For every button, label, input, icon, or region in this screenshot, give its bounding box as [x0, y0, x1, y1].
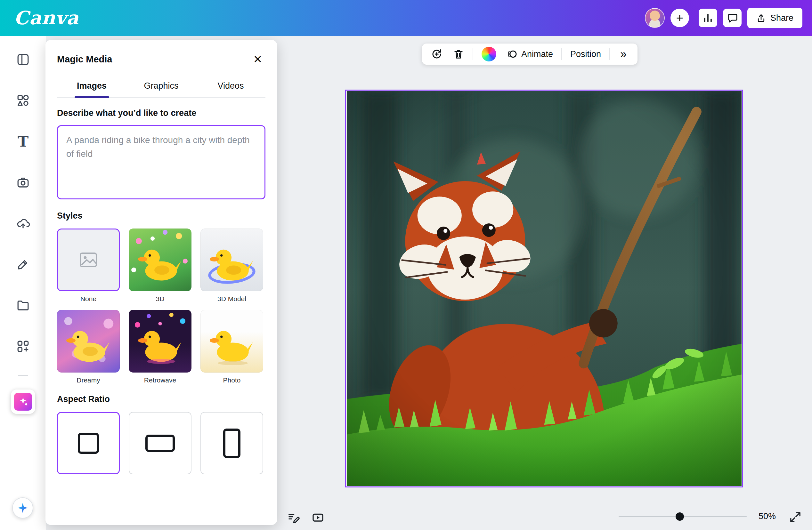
close-icon: ✕	[253, 54, 263, 65]
red-panda-illustration	[347, 91, 742, 486]
avatar[interactable]	[645, 8, 665, 28]
magic-media-panel: Magic Media ✕ Images Graphics Videos Des…	[45, 40, 277, 525]
plus-icon: +	[676, 12, 683, 24]
sidebar-item-elements[interactable]	[8, 80, 39, 121]
zoom-slider[interactable]	[619, 516, 747, 517]
duck-thumbnail	[135, 242, 185, 286]
duck-thumbnail	[135, 324, 185, 367]
header-actions: + Share	[645, 8, 802, 28]
double-chevron-right-icon: »	[620, 48, 627, 60]
regenerate-icon	[431, 48, 443, 60]
canvas-image-red-panda[interactable]	[347, 91, 742, 486]
magic-media-icon	[14, 393, 32, 411]
header: Canva + Share	[0, 0, 812, 36]
elements-icon	[16, 94, 30, 107]
canva-logo[interactable]: Canva	[14, 7, 79, 29]
style-caption: None	[81, 295, 96, 303]
share-label: Share	[770, 13, 794, 23]
style-caption: 3D	[156, 295, 164, 303]
position-label: Position	[570, 49, 601, 59]
duck-thumbnail	[207, 242, 257, 286]
sidebar: T	[0, 36, 46, 530]
style-tile-3d[interactable]	[129, 229, 191, 291]
style-option-3d: 3D	[129, 229, 191, 303]
style-option-3d-model: 3D Model	[200, 229, 263, 303]
apps-grid-icon	[16, 340, 30, 353]
sidebar-item-draw[interactable]	[8, 244, 39, 285]
style-caption: Photo	[223, 377, 241, 384]
aspect-square-button[interactable]	[57, 412, 120, 474]
duck-thumbnail	[207, 324, 257, 367]
chat-bubble-icon	[727, 13, 738, 24]
zoom-slider-knob[interactable]	[676, 512, 684, 521]
aspect-portrait-button[interactable]	[200, 412, 263, 474]
sidebar-item-text[interactable]: T	[8, 121, 39, 162]
canva-editor: Canva + Share T	[0, 0, 812, 530]
style-tile-photo[interactable]	[200, 310, 263, 372]
style-tile-none[interactable]	[57, 229, 120, 291]
position-button[interactable]: Position	[566, 45, 605, 63]
sidebar-item-design[interactable]	[8, 39, 39, 80]
image-placeholder-icon	[78, 250, 99, 270]
toolbar-divider	[609, 48, 610, 60]
animate-button[interactable]: Animate	[503, 45, 557, 63]
selection-toolbar: Animate Position »	[422, 44, 638, 65]
generate-again-button[interactable]	[427, 45, 446, 63]
media-type-tabs: Images Graphics Videos	[57, 78, 265, 98]
tab-images[interactable]: Images	[57, 78, 127, 97]
share-button[interactable]: Share	[747, 8, 802, 28]
panel-header: Magic Media ✕	[57, 40, 265, 67]
trash-icon	[453, 48, 464, 60]
aspect-landscape-button[interactable]	[129, 412, 191, 474]
delete-button[interactable]	[449, 45, 468, 63]
animate-icon	[507, 48, 518, 60]
insights-button[interactable]	[699, 9, 717, 27]
notes-button[interactable]	[285, 510, 302, 526]
animate-label: Animate	[521, 49, 553, 59]
tab-videos[interactable]: Videos	[196, 78, 265, 97]
zoom-level: 50%	[751, 512, 783, 521]
sidebar-item-apps[interactable]	[8, 326, 39, 367]
style-option-none: None	[57, 229, 120, 303]
assistant-button[interactable]	[12, 497, 33, 518]
toolbar-divider	[473, 48, 473, 60]
tab-graphics[interactable]: Graphics	[127, 78, 196, 97]
style-option-retrowave: Retrowave	[129, 310, 191, 384]
add-member-button[interactable]: +	[670, 9, 689, 27]
sidebar-item-projects[interactable]	[8, 285, 39, 326]
color-button[interactable]	[478, 45, 500, 63]
style-caption: 3D Model	[217, 295, 246, 303]
sidebar-item-magic-media[interactable]	[11, 389, 35, 414]
sidebar-item-brand[interactable]	[8, 162, 39, 203]
prompt-input[interactable]	[57, 125, 265, 200]
pen-icon	[16, 257, 30, 271]
duck-thumbnail	[63, 324, 114, 367]
more-options-button[interactable]: »	[614, 45, 633, 63]
presentation-play-icon	[311, 512, 324, 524]
style-tile-3d-model[interactable]	[200, 229, 263, 291]
bar-chart-icon	[702, 13, 713, 24]
style-caption: Dreamy	[76, 377, 100, 384]
portrait-ratio-icon	[223, 429, 241, 458]
sparkle-icon	[17, 502, 29, 514]
text-icon: T	[18, 134, 29, 149]
folder-icon	[16, 299, 30, 312]
cloud-upload-icon	[16, 217, 30, 230]
toolbar-divider	[561, 48, 562, 60]
close-panel-button[interactable]: ✕	[250, 51, 265, 67]
aspect-ratio-options	[57, 412, 265, 474]
landscape-ratio-icon	[145, 435, 175, 452]
style-tile-dreamy[interactable]	[57, 310, 120, 372]
expand-icon	[789, 511, 802, 524]
notes-icon	[287, 512, 300, 524]
present-button[interactable]	[310, 510, 326, 526]
brand-camera-icon	[16, 176, 30, 189]
square-ratio-icon	[78, 433, 99, 454]
styles-grid: None 3D 3D Model Dreamy	[57, 229, 265, 384]
design-icon	[16, 53, 30, 66]
sidebar-item-uploads[interactable]	[8, 203, 39, 244]
style-tile-retrowave[interactable]	[129, 310, 191, 372]
fullscreen-button[interactable]	[787, 509, 804, 526]
comments-button[interactable]	[723, 9, 742, 27]
style-option-dreamy: Dreamy	[57, 310, 120, 384]
